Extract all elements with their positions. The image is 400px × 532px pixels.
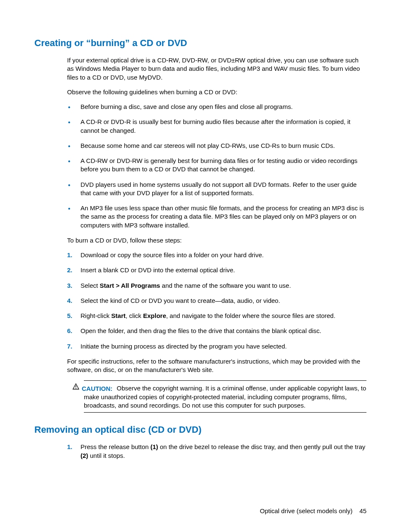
page-footer: Optical drive (select models only) 45 (260, 507, 366, 514)
paragraph-steps-intro: To burn a CD or DVD, follow these steps: (67, 236, 366, 245)
steps-list: Download or copy the source files into a… (67, 251, 366, 351)
text: on the drive bezel to release the disc t… (158, 443, 365, 450)
text: Press the release button (81, 443, 151, 450)
text: Select (81, 282, 100, 289)
list-item: Insert a blank CD or DVD into the extern… (67, 266, 366, 274)
text: , click (126, 312, 143, 319)
section-body: If your external optical drive is a CD-R… (67, 56, 366, 374)
list-item: A CD-R or DVD-R is usually best for burn… (67, 118, 366, 135)
svg-point-1 (75, 388, 76, 389)
heading-creating-burning: Creating or “burning” a CD or DVD (34, 38, 366, 49)
document-page: Creating or “burning” a CD or DVD If you… (0, 0, 400, 488)
list-item: Because some home and car stereos will n… (67, 142, 366, 150)
bold-text: (2) (81, 452, 88, 459)
paragraph-intro: If your external optical drive is a CD-R… (67, 56, 366, 82)
caution-text: Observe the copyright warning. It is a c… (84, 385, 366, 409)
list-item: DVD players used in home systems usually… (67, 181, 366, 198)
steps-list: Press the release button (1) on the driv… (67, 443, 366, 460)
list-item: Press the release button (1) on the driv… (67, 443, 366, 460)
bold-text: Start > All Programs (100, 282, 160, 289)
paragraph-specific: For specific instructions, refer to the … (67, 357, 366, 374)
bold-text: Explore (143, 312, 166, 319)
list-item: Open the folder, and then drag the files… (67, 327, 366, 335)
list-item: An MP3 file uses less space than other m… (67, 204, 366, 230)
paragraph-observe: Observe the following guidelines when bu… (67, 88, 366, 96)
text: and the name of the software you want to… (160, 282, 291, 289)
list-item: Download or copy the source files into a… (67, 251, 366, 259)
text: , and navigate to the folder where the s… (166, 312, 335, 319)
section-body: Press the release button (1) on the driv… (67, 443, 366, 460)
text: Right-click (81, 312, 111, 319)
caution-block: CAUTION:Observe the copyright warning. I… (84, 380, 366, 413)
list-item: Select Start > All Programs and the name… (67, 281, 366, 290)
footer-text: Optical drive (select models only) (260, 507, 353, 514)
text: until it stops. (88, 452, 125, 459)
bold-text: (1) (151, 443, 158, 450)
list-item: Before burning a disc, save and close an… (67, 103, 366, 111)
bold-text: Start (111, 312, 125, 319)
list-item: Right-click Start, click Explore, and na… (67, 312, 366, 320)
list-item: Initiate the burning process as directed… (67, 342, 366, 351)
heading-removing: Removing an optical disc (CD or DVD) (34, 424, 366, 435)
list-item: A CD-RW or DVD-RW is generally best for … (67, 157, 366, 174)
caution-label: CAUTION: (82, 385, 112, 392)
warning-triangle-icon (73, 383, 79, 392)
list-item: Select the kind of CD or DVD you want to… (67, 297, 366, 305)
page-number: 45 (359, 507, 366, 514)
guidelines-list: Before burning a disc, save and close an… (67, 103, 366, 230)
